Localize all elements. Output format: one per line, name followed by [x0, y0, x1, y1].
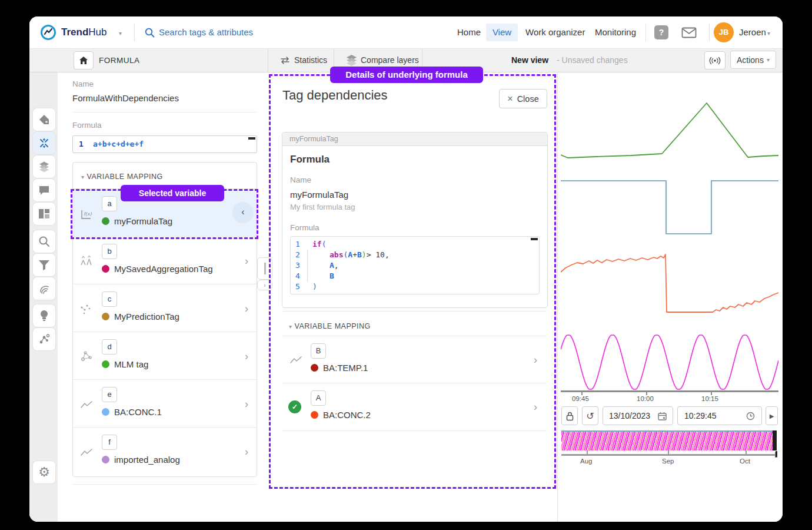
mapping-item-B[interactable]: B BA:TEMP.1 ›: [282, 336, 547, 383]
variable-item-f[interactable]: f imported_analog ›: [73, 427, 257, 475]
tag-name: BA:CONC.1: [114, 407, 162, 417]
avatar[interactable]: JB: [714, 22, 734, 42]
rail-tag-button[interactable]: [32, 108, 56, 131]
scrollbar[interactable]: [248, 137, 255, 140]
time-field[interactable]: 10:29:45: [677, 406, 762, 425]
brand-name[interactable]: TrendHub: [61, 26, 107, 38]
step-forward-button[interactable]: ▶: [766, 406, 778, 425]
tag-color-dot: [102, 360, 109, 368]
variable-item-c[interactable]: c MyPredictionTag ›: [73, 284, 257, 332]
formula-label: Formula: [72, 121, 102, 130]
tab-compare-layers[interactable]: Compare layers: [361, 55, 419, 65]
variable-item-e[interactable]: e BA:CONC.1 ›: [73, 379, 257, 428]
statistics-icon: [279, 56, 291, 65]
overview-axis: [561, 454, 777, 456]
chevron-right-icon[interactable]: ›: [245, 446, 248, 457]
fieldset-tab-label: myFormulaTag: [289, 135, 338, 143]
formula-code: a+b+c+d+e+f: [93, 140, 144, 148]
check-circle-icon: ✓: [288, 400, 301, 413]
panel-expand-button[interactable]: ›: [257, 280, 272, 290]
code-line: 3A,: [291, 260, 539, 271]
rail-fingerprint-button[interactable]: [32, 277, 56, 300]
rail-recommendations-button[interactable]: [32, 304, 56, 327]
user-chevron-down-icon[interactable]: ▾: [767, 30, 770, 37]
tag-dependencies-panel: Tag dependencies × Close myFormulaTag Fo…: [268, 72, 557, 522]
collapse-variable-button[interactable]: ‹: [232, 202, 254, 223]
formula-fieldset: myFormulaTag Formula Name myFormulaTag M…: [282, 132, 548, 308]
nav-view[interactable]: View: [486, 24, 518, 41]
scrubber-handle[interactable]: [773, 430, 777, 450]
variable-item-b[interactable]: b MySavedAggregationTag ›: [73, 236, 257, 284]
nav-home[interactable]: Home: [457, 27, 481, 37]
help-icon[interactable]: ?: [654, 25, 668, 39]
rail-comments-button[interactable]: [32, 178, 56, 202]
divider: [282, 311, 547, 312]
user-name[interactable]: Jeroen: [739, 27, 766, 37]
trend-chart[interactable]: [561, 77, 778, 395]
chevron-right-icon[interactable]: ›: [245, 256, 248, 266]
variable-mapping-header[interactable]: ▾ VARIABLE MAPPING: [289, 320, 371, 331]
comment-icon: [38, 185, 50, 196]
brand-chevron-down-icon[interactable]: ▾: [119, 30, 122, 37]
chevron-right-icon[interactable]: ›: [245, 351, 248, 362]
chevron-right-icon[interactable]: ›: [245, 303, 248, 314]
variable-mapping-label: VARIABLE MAPPING: [294, 322, 370, 330]
history-button[interactable]: ↺: [582, 406, 598, 425]
tab-statistics[interactable]: Statistics: [294, 55, 327, 65]
divider: [72, 484, 257, 485]
formula-sparkle-icon: [38, 137, 50, 149]
search-input[interactable]: Search tags & attributes: [159, 27, 253, 37]
close-label: Close: [517, 94, 539, 104]
mapping-item-A[interactable]: ✓ A BA:CONC.2 ›: [282, 383, 547, 430]
variable-letter-badge: f: [102, 435, 117, 450]
view-status: - Unsaved changes: [557, 55, 628, 65]
rail-filter-button[interactable]: [32, 253, 56, 277]
filter-icon: [38, 260, 50, 270]
rail-search-button[interactable]: [32, 230, 56, 253]
variable-mapping-header[interactable]: ▾ VARIABLE MAPPING: [81, 171, 163, 181]
nav-work-organizer[interactable]: Work organizer: [525, 27, 585, 37]
line-number: 1: [79, 140, 84, 148]
svg-text:f(x): f(x): [84, 211, 92, 217]
rail-context-button[interactable]: [32, 327, 56, 351]
overview-scrubber[interactable]: [561, 430, 777, 450]
chart-panel: ⚙ 09:45 10:00 10:15 ↺ 13/10/2023: [557, 72, 783, 522]
details-formula-badge: Details of underlying formula: [330, 67, 483, 83]
actions-chevron-down-icon: ▾: [767, 57, 770, 63]
formula-code-viewer[interactable]: 1if( 2abs(A+B)> 10, 3A, 4B 5): [290, 236, 540, 294]
variable-mapping-label: VARIABLE MAPPING: [86, 173, 162, 181]
formula-label: Formula: [290, 223, 320, 232]
chevron-right-icon[interactable]: ›: [534, 402, 537, 412]
prediction-icon: [80, 303, 93, 315]
home-button[interactable]: [74, 51, 94, 69]
panel-resize-handle[interactable]: [257, 257, 272, 280]
rail-layers-button[interactable]: [32, 155, 56, 178]
broadcast-icon: [709, 57, 721, 65]
live-broadcast-button[interactable]: [704, 51, 726, 69]
actions-button[interactable]: Actions ▾: [730, 51, 776, 69]
lock-timespan-button[interactable]: [561, 406, 578, 425]
scrollbar[interactable]: [531, 238, 538, 240]
breadcrumb: FORMULA: [99, 56, 140, 65]
close-button[interactable]: × Close: [499, 89, 547, 108]
variable-letter-badge: B: [311, 343, 326, 359]
date-field[interactable]: 13/10/2023: [603, 406, 673, 425]
tag-color-dot: [102, 265, 109, 273]
rail-dashboard-button[interactable]: [32, 202, 56, 226]
chevron-right-icon[interactable]: ›: [245, 399, 248, 409]
mlm-network-icon: [80, 350, 93, 363]
collapse-chevron-icon: ▾: [289, 323, 292, 330]
search-icon: [145, 28, 155, 38]
mail-icon[interactable]: [681, 27, 697, 38]
rail-formula-button[interactable]: [32, 131, 56, 155]
code-line: 5): [291, 281, 539, 292]
toolbar-divider: [268, 48, 268, 72]
rail-settings-button[interactable]: ⚙: [32, 461, 56, 484]
variable-item-d[interactable]: d MLM tag ›: [73, 332, 257, 380]
nav-monitoring[interactable]: Monitoring: [595, 27, 636, 37]
formula-editor[interactable]: 1 a+b+c+d+e+f: [72, 135, 257, 153]
tag-color-dot: [102, 217, 109, 225]
tag-name: MyPredictionTag: [114, 312, 179, 322]
chevron-right-icon[interactable]: ›: [534, 355, 537, 365]
date-value: 13/10/2023: [609, 411, 650, 420]
